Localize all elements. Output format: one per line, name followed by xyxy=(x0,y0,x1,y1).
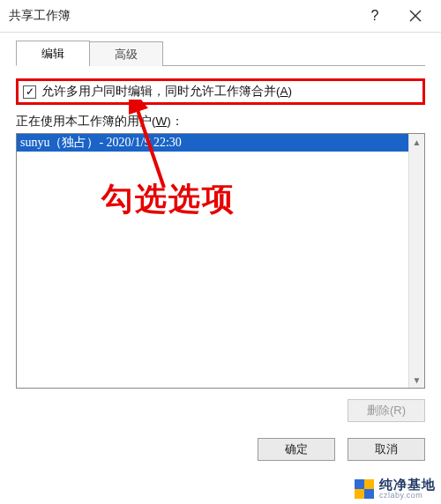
help-icon: ? xyxy=(371,8,379,24)
remove-button: 删除(R) xyxy=(348,399,425,422)
allow-multiuser-checkbox[interactable]: ✓ xyxy=(23,85,36,99)
scrollbar[interactable]: ▲ ▼ xyxy=(408,134,424,388)
watermark-name: 纯净基地 xyxy=(379,478,436,493)
dialog-body: 编辑 高级 ✓ 允许多用户同时编辑，同时允许工作簿合并(A) 正在使用本工作簿的… xyxy=(0,32,441,473)
ok-button[interactable]: 确定 xyxy=(258,438,335,461)
checkmark-icon: ✓ xyxy=(26,86,34,97)
close-icon xyxy=(409,10,422,22)
scroll-up-icon[interactable]: ▲ xyxy=(409,134,424,150)
titlebar: 共享工作簿 ? xyxy=(0,0,441,32)
watermark-url: czlaby.com xyxy=(379,492,436,500)
window-controls: ? xyxy=(355,3,436,29)
window-title: 共享工作簿 xyxy=(9,8,71,24)
tab-edit[interactable]: 编辑 xyxy=(16,41,90,66)
allow-multiuser-label: 允许多用户同时编辑，同时允许工作簿合并(A) xyxy=(41,84,292,100)
footer-buttons: 确定 取消 xyxy=(16,438,425,461)
remove-row: 删除(R) xyxy=(16,399,425,422)
watermark-logo-icon xyxy=(355,479,374,499)
annotation-highlight: ✓ 允许多用户同时编辑，同时允许工作簿合并(A) xyxy=(16,78,425,105)
userlist[interactable]: sunyu（独占）- 2020/1/9 22:30 xyxy=(17,134,408,388)
list-item[interactable]: sunyu（独占）- 2020/1/9 22:30 xyxy=(17,134,408,152)
close-button[interactable] xyxy=(395,3,436,29)
userlist-label: 正在使用本工作簿的用户(W)： xyxy=(16,114,425,130)
cancel-button[interactable]: 取消 xyxy=(348,438,425,461)
userlist-box: sunyu（独占）- 2020/1/9 22:30 ▲ ▼ xyxy=(16,133,425,389)
scroll-down-icon[interactable]: ▼ xyxy=(409,372,424,388)
tab-advanced[interactable]: 高级 xyxy=(89,41,163,66)
help-button[interactable]: ? xyxy=(355,3,395,29)
tab-strip: 编辑 高级 xyxy=(16,40,425,66)
watermark: 纯净基地 czlaby.com xyxy=(355,478,436,500)
